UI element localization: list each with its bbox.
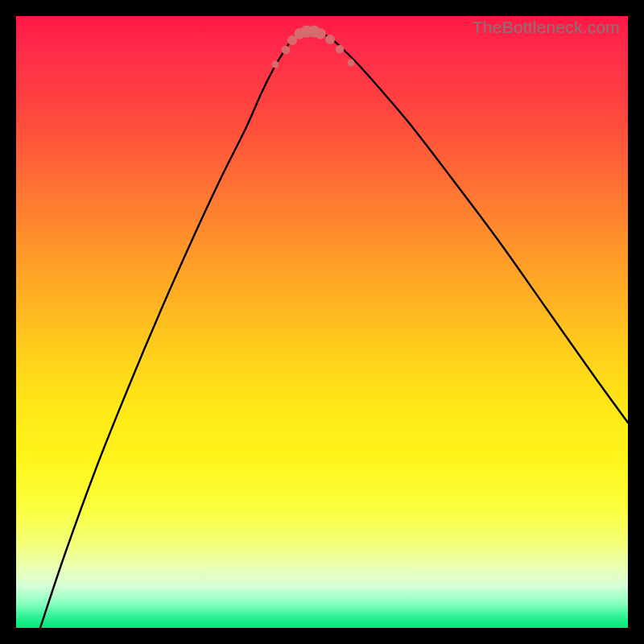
- marker-dot: [325, 35, 335, 44]
- chart-frame: TheBottleneck.com: [0, 0, 644, 644]
- marker-dot: [315, 28, 326, 39]
- bottleneck-curve: [40, 31, 628, 628]
- plot-area: TheBottleneck.com: [16, 16, 628, 628]
- marker-dot: [336, 45, 345, 54]
- marker-dot: [282, 46, 291, 55]
- bottom-markers-group: [272, 25, 355, 68]
- marker-dot: [348, 60, 355, 67]
- chart-svg: [16, 16, 628, 628]
- marker-dot: [272, 61, 279, 68]
